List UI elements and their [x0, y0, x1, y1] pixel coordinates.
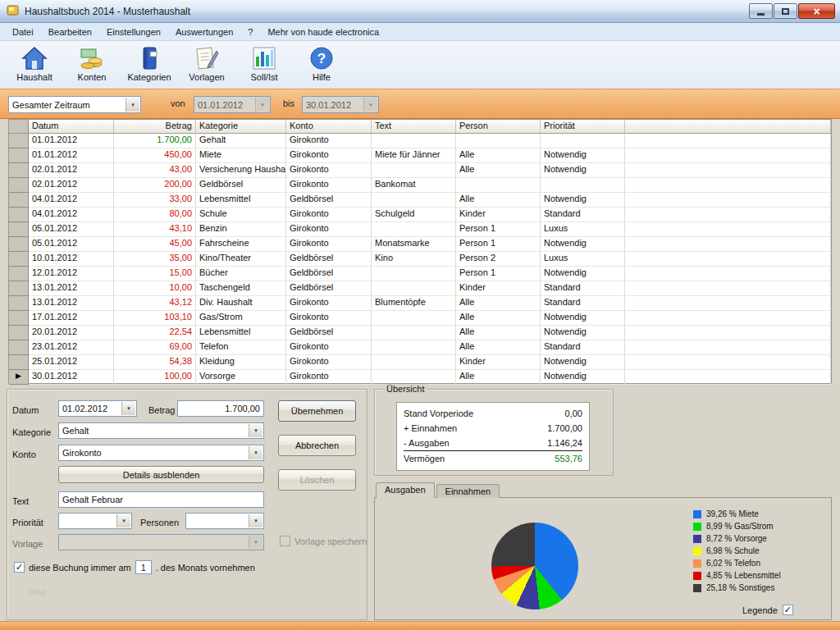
datum-combo[interactable]: 01.02.2012 ▼ — [58, 400, 137, 417]
date-from-picker[interactable]: 01.01.2012 ▼ — [194, 96, 271, 113]
row-selector[interactable] — [9, 311, 29, 326]
table-row[interactable]: 13.01.201210,00TaschengeldGeldbörselKind… — [9, 281, 831, 296]
chevron-down-icon[interactable]: ▼ — [255, 98, 269, 112]
chevron-down-icon[interactable]: ▼ — [363, 98, 377, 112]
table-row[interactable]: 13.01.201243,12Div. HaushaltGirokontoBlu… — [9, 296, 831, 311]
row-selector[interactable] — [9, 355, 29, 370]
chevron-down-icon[interactable]: ▼ — [249, 446, 262, 459]
legend-checkbox[interactable]: ✓ — [783, 605, 793, 615]
column-header-person[interactable]: Person — [456, 120, 541, 134]
kategorie-combo[interactable]: Gehalt ▼ — [58, 422, 264, 439]
table-row[interactable]: 10.01.201235,00Kino/TheaterGeldbörselKin… — [9, 252, 831, 267]
table-row[interactable]: 23.01.201269,00TelefonGirokontoAlleStand… — [9, 340, 831, 355]
menu-item-mehr-von-haude-electronica[interactable]: Mehr von haude electronica — [260, 25, 386, 39]
menu-item-datei[interactable]: Datei — [5, 25, 41, 39]
table-header: DatumBetragKategorieKontoTextPersonPrior… — [9, 120, 831, 134]
title-bar[interactable]: Haushaltsbuch 2014 - Musterhaushalt × — [0, 0, 840, 23]
cell-filler — [625, 311, 831, 326]
recurring-checkbox[interactable]: ✓ — [14, 562, 25, 573]
cell-kategorie: Miete — [196, 148, 286, 163]
cell-filler — [625, 237, 831, 252]
column-header-konto[interactable]: Konto — [286, 120, 372, 134]
toolbar-button-hilfe[interactable]: ?Hilfe — [295, 43, 348, 86]
tab-ausgaben[interactable]: Ausgaben — [376, 482, 435, 498]
row-selector[interactable] — [9, 296, 29, 311]
row-selector[interactable] — [9, 281, 29, 296]
row-selector[interactable] — [9, 148, 29, 163]
menu-item-auswertungen[interactable]: Auswertungen — [168, 25, 240, 39]
row-selector[interactable] — [9, 178, 29, 193]
tab-einnahmen[interactable]: Einnahmen — [436, 484, 500, 498]
table-row[interactable]: 01.01.2012450,00MieteGirokontoMiete für … — [9, 148, 831, 163]
column-header-text[interactable]: Text — [372, 120, 456, 134]
prioritaet-combo[interactable]: ▼ — [58, 513, 132, 529]
column-header-datum[interactable]: Datum — [29, 120, 114, 134]
row-selector[interactable] — [9, 340, 29, 355]
close-button[interactable]: × — [798, 3, 835, 19]
table-row[interactable]: 05.01.201245,00FahrscheineGirokontoMonat… — [9, 237, 831, 252]
table-row[interactable]: ▶30.01.2012100,00VorsorgeGirokontoAlleNo… — [9, 370, 831, 385]
vorlage-combo[interactable]: ▼ — [58, 534, 264, 550]
loeschen-button[interactable]: Löschen — [278, 469, 356, 491]
menu-item-help[interactable]: ? — [240, 25, 260, 39]
menu-item-einstellungen[interactable]: Einstellungen — [99, 25, 168, 39]
toolbar-button-haushalt[interactable]: Haushalt — [8, 43, 61, 86]
abbrechen-button[interactable]: Abbrechen — [278, 435, 356, 456]
toolbar-button-vorlagen[interactable]: Vorlagen — [180, 43, 233, 86]
column-header-betrag[interactable]: Betrag — [114, 120, 196, 134]
row-selector[interactable] — [9, 326, 29, 340]
table-row[interactable]: 04.01.201280,00SchuleGirokontoSchulgeldK… — [9, 208, 831, 222]
personen-combo[interactable]: ▼ — [185, 513, 264, 529]
table-row[interactable]: 12.01.201215,00BücherGeldbörselPerson 1N… — [9, 267, 831, 281]
toolbar-button-kategorien[interactable]: Kategorien — [123, 43, 176, 86]
text-input[interactable] — [58, 491, 264, 508]
row-selector[interactable]: ▶ — [9, 370, 29, 385]
chevron-down-icon[interactable]: ▼ — [249, 514, 262, 527]
row-selector[interactable] — [9, 193, 29, 208]
period-select[interactable]: Gesamter Zeitraum ▼ — [8, 96, 141, 113]
legend-label: 8,99 % Gas/Strom — [706, 522, 774, 531]
details-toggle-button[interactable]: Details ausblenden — [58, 466, 264, 483]
table-row[interactable]: 17.01.2012103,10Gas/StromGirokontoAlleNo… — [9, 311, 831, 326]
table-row[interactable]: 02.01.201243,00Versicherung HaushaGiroko… — [9, 163, 831, 178]
cell-text — [372, 340, 456, 355]
konto-combo[interactable]: Girokonto ▼ — [58, 445, 264, 461]
toolbar-button-soll-ist[interactable]: Soll/Ist — [238, 43, 290, 86]
row-selector[interactable] — [9, 252, 29, 267]
row-selector[interactable] — [9, 134, 29, 148]
table-row[interactable]: 05.01.201243,10BenzinGirokontoPerson 1Lu… — [9, 222, 831, 237]
recurring-group: ✓ diese Buchung immer am . des Monats vo… — [14, 560, 255, 574]
betrag-input[interactable] — [177, 400, 264, 417]
chevron-down-icon[interactable]: ▼ — [249, 424, 262, 437]
chevron-down-icon[interactable]: ▼ — [116, 514, 130, 527]
uebernehmen-button[interactable]: Übernehmen — [278, 400, 356, 422]
table-row[interactable]: 01.01.20121.700,00GehaltGirokonto — [9, 134, 831, 148]
table-row[interactable]: 04.01.201233,00LebensmittelGeldbörselAll… — [9, 193, 831, 208]
cell-betrag: 10,00 — [114, 281, 196, 296]
row-selector[interactable] — [9, 237, 29, 252]
row-selector[interactable] — [9, 163, 29, 178]
row-selector[interactable] — [9, 267, 29, 281]
chevron-down-icon[interactable]: ▼ — [121, 402, 135, 415]
chevron-down-icon[interactable]: ▼ — [126, 98, 139, 112]
recurring-day-input[interactable] — [135, 560, 152, 574]
cell-person: Alle — [456, 326, 541, 340]
date-to-picker[interactable]: 30.01.2012 ▼ — [302, 96, 379, 113]
vorlage-speichern-checkbox[interactable] — [280, 536, 290, 546]
maximize-button[interactable] — [774, 3, 797, 19]
row-selector[interactable] — [9, 222, 29, 237]
minimize-button[interactable] — [749, 3, 773, 19]
column-header-kategorie[interactable]: Kategorie — [196, 120, 286, 134]
table-row[interactable]: 25.01.201254,38KleidungGirokontoKinderNo… — [9, 355, 831, 370]
row-selector[interactable] — [9, 208, 29, 222]
cell-prioritaet: Notwendig — [541, 193, 625, 208]
cell-konto: Girokonto — [286, 163, 372, 178]
table-row[interactable]: 20.01.201222,54LebensmittelGeldbörselAll… — [9, 326, 831, 340]
pie-chart — [491, 523, 578, 609]
column-header-priorität[interactable]: Priorität — [541, 120, 625, 134]
menu-item-bearbeiten[interactable]: Bearbeiten — [41, 25, 99, 39]
cell-betrag: 69,00 — [114, 340, 196, 355]
legend-swatch — [693, 584, 701, 592]
toolbar-button-konten[interactable]: Konten — [66, 43, 118, 86]
table-row[interactable]: 02.01.2012200,00GeldbörselGirokontoBanko… — [9, 178, 831, 193]
